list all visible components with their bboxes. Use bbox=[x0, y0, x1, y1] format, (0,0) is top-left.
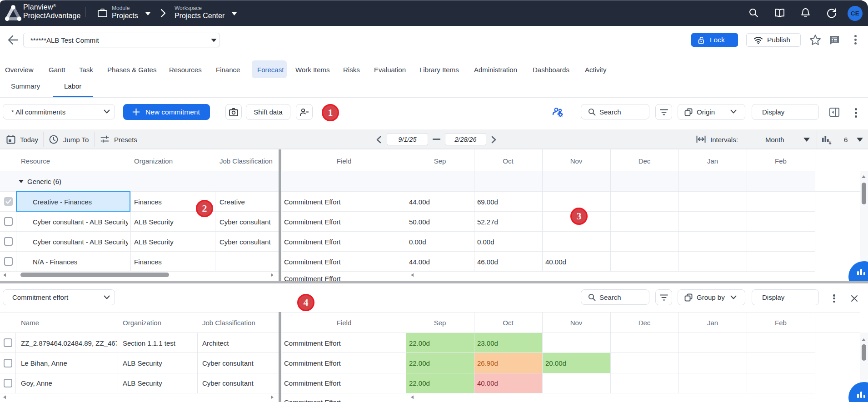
svg-text:#: # bbox=[829, 140, 832, 145]
